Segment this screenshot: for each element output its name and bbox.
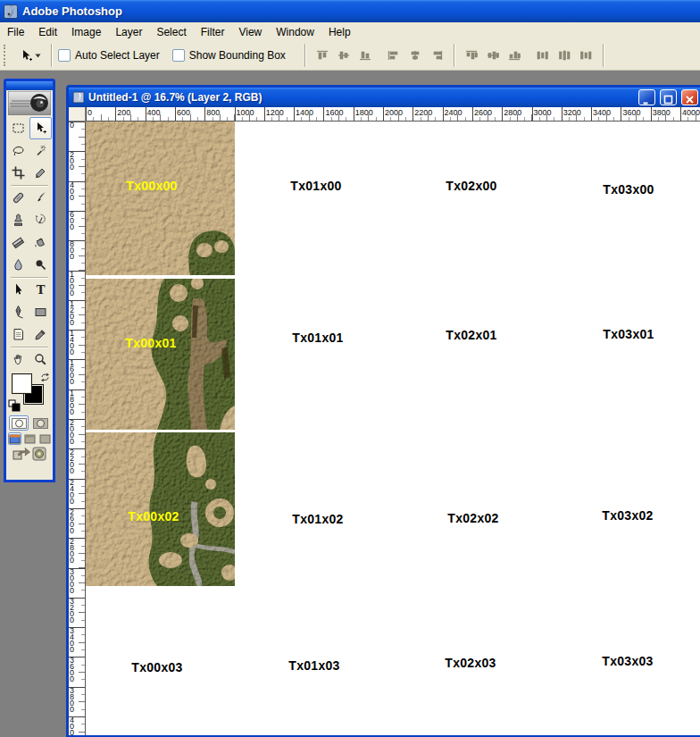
distribute-vertical-centers-button[interactable] [483, 47, 503, 63]
path-selection-tool[interactable] [7, 279, 29, 301]
move-tool[interactable] [29, 117, 52, 139]
app-title-bar[interactable]: Adobe Photoshop [0, 0, 700, 22]
distribute-left-edges-button[interactable] [533, 47, 553, 63]
menu-window[interactable]: Window [269, 23, 321, 41]
tile-label-Tx03x00: Tx03x00 [603, 182, 654, 197]
paint-bucket-tool[interactable] [29, 231, 52, 254]
align-horizontal-centers-button[interactable] [405, 47, 425, 63]
dodge-tool[interactable] [29, 254, 52, 276]
menu-help[interactable]: Help [321, 23, 358, 41]
ruler-major-tick [532, 107, 533, 121]
healing-brush-tool-icon [11, 190, 26, 205]
jump-to-imageready-button[interactable] [6, 447, 53, 461]
align-button-group [312, 44, 596, 67]
document-body: 0200400600800100012001400160018002000220… [69, 107, 700, 735]
h-ruler-label: 1400 [296, 108, 313, 117]
history-brush-tool[interactable] [29, 209, 52, 231]
menu-filter[interactable]: Filter [194, 23, 232, 41]
align-right-edges-button[interactable] [427, 47, 446, 63]
ruler-corner[interactable] [69, 107, 86, 121]
distribute-right-edges-button[interactable] [576, 47, 596, 63]
edit-quick-mask-mode-button[interactable] [30, 415, 50, 431]
menu-file[interactable]: File [0, 23, 31, 41]
h-ruler-label: 3800 [653, 108, 671, 117]
type-tool-icon: T [33, 282, 48, 297]
v-ruler-label: 3600 [70, 657, 78, 683]
v-ruler-label: 800 [70, 241, 78, 260]
fullscreen-mode-button[interactable] [38, 432, 52, 445]
maximize-button[interactable] [660, 89, 677, 105]
h-ruler-label: 3600 [622, 108, 640, 117]
brush-tool[interactable] [29, 187, 52, 209]
canvas[interactable]: Tx00x00Tx01x00Tx02x00Tx03x00Tx00x01Tx01x… [86, 121, 700, 735]
align-top-edges-button[interactable] [312, 47, 332, 63]
distribute-horizontal-centers-button[interactable] [554, 47, 574, 63]
magic-wand-tool[interactable] [29, 139, 52, 162]
menu-image[interactable]: Image [64, 23, 108, 41]
minimize-button[interactable] [638, 89, 655, 105]
distribute-top-edges-icon [464, 49, 479, 62]
show-bounding-box-checkbox[interactable] [172, 49, 185, 62]
align-left-edges-button[interactable] [384, 47, 404, 63]
auto-select-layer-checkbox[interactable] [58, 49, 71, 62]
ruler-major-tick [86, 107, 87, 121]
distribute-vertical-centers-icon [486, 49, 500, 62]
menu-layer[interactable]: Layer [108, 23, 149, 41]
blur-tool[interactable] [7, 254, 29, 276]
pen-tool-icon [11, 305, 26, 320]
eyedropper-tool[interactable] [29, 323, 52, 346]
menu-view[interactable]: View [231, 23, 269, 41]
menu-bar: FileEditImageLayerSelectFilterViewWindow… [0, 22, 700, 42]
v-ruler-label: 600 [70, 212, 78, 230]
distribute-bottom-edges-icon [507, 49, 521, 62]
edit-standard-mode-button[interactable] [9, 415, 29, 431]
align-right-edges-icon [429, 49, 444, 62]
slice-tool[interactable] [29, 162, 52, 184]
ruler-major-tick [264, 107, 265, 121]
eraser-tool[interactable] [7, 231, 29, 254]
shape-tool-icon [33, 305, 48, 320]
foreground-color-swatch[interactable] [12, 373, 32, 394]
paint-bucket-tool-icon [33, 235, 48, 250]
zoom-tool[interactable] [29, 348, 52, 371]
auto-select-layer-option[interactable]: Auto Select Layer [58, 49, 160, 62]
align-bottom-edges-button[interactable] [355, 47, 375, 63]
toolbox-divider [11, 347, 48, 348]
path-selection-tool-icon [11, 282, 26, 297]
distribute-bottom-edges-button[interactable] [504, 47, 524, 63]
hand-tool[interactable] [7, 348, 29, 371]
notes-tool[interactable] [7, 323, 29, 346]
healing-brush-tool[interactable] [7, 187, 29, 209]
clone-stamp-tool[interactable] [7, 209, 29, 231]
options-bar-grip[interactable] [4, 45, 9, 66]
pen-tool[interactable] [7, 301, 29, 323]
default-colors-icon[interactable] [8, 399, 21, 412]
fullscreen-with-menubar-mode-button[interactable] [23, 432, 37, 445]
current-tool-button[interactable] [14, 45, 45, 66]
distribute-top-edges-button[interactable] [462, 47, 481, 63]
toolbox-title-bar[interactable] [6, 81, 53, 90]
v-ruler-label: 1600 [70, 360, 78, 385]
distribute-right-edges-icon [579, 49, 593, 62]
horizontal-ruler[interactable]: 0200400600800100012001400160018002000220… [86, 107, 700, 121]
crop-tool[interactable] [7, 162, 29, 184]
rectangular-marquee-tool-icon [11, 121, 26, 136]
v-ruler-label: 1200 [70, 301, 78, 326]
show-bounding-box-option[interactable]: Show Bounding Box [172, 49, 286, 62]
shape-tool[interactable] [29, 301, 52, 323]
rectangular-marquee-tool[interactable] [7, 117, 29, 139]
swap-colors-icon[interactable] [40, 373, 50, 382]
type-tool[interactable]: T [29, 279, 52, 301]
lasso-tool[interactable] [7, 139, 29, 162]
standard-screen-mode-button[interactable] [8, 432, 21, 445]
align-vertical-centers-button[interactable] [334, 47, 354, 63]
close-button[interactable] [681, 89, 698, 105]
crop-tool-icon [11, 165, 26, 180]
photoshop-banner-art[interactable] [8, 91, 51, 115]
menu-edit[interactable]: Edit [31, 23, 64, 41]
ruler-major-tick [323, 107, 324, 121]
document-title-bar[interactable]: Untitled-1 @ 16.7% (Layer 2, RGB) [69, 88, 700, 107]
menu-select[interactable]: Select [149, 23, 193, 41]
tile-label-Tx02x00: Tx02x00 [446, 179, 496, 193]
vertical-ruler[interactable]: 0200400600800100012001400160018002000220… [69, 121, 86, 735]
